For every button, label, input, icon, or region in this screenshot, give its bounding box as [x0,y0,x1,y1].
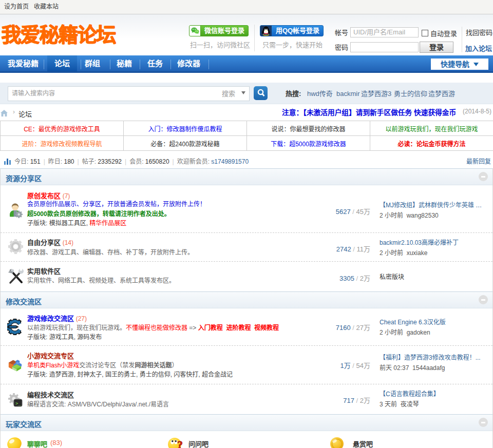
svg-text:?: ? [177,438,183,448]
svg-text:>_: >_ [15,401,21,406]
